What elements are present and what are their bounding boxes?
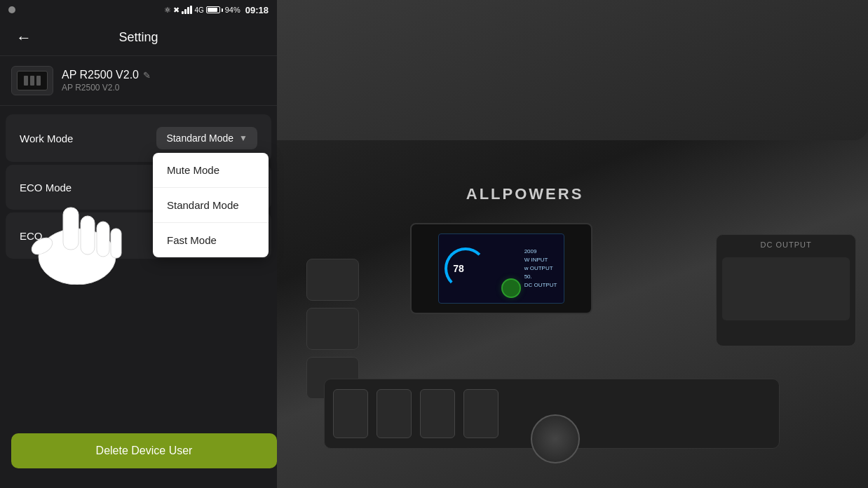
battery-icon [206, 6, 223, 13]
eco-charge-label: ECO [20, 230, 43, 242]
app-panel: ⚛ ✖ 4G 94% 09:18 ← [0, 0, 277, 488]
signal-icon [182, 6, 192, 14]
status-bar: ⚛ ✖ 4G 94% 09:18 [0, 0, 277, 20]
device-screen: 78 2009 W INPUT w OUTPUT 50. DC OUTPUT [438, 233, 564, 304]
back-button[interactable]: ← [11, 25, 36, 50]
page-title: Setting [36, 30, 240, 45]
dropdown-item-mute[interactable]: Mute Mode [153, 153, 269, 188]
app-header: ← Setting [0, 20, 277, 56]
device-text: AP R2500 V2.0 ✎ AP R2500 V2.0 [62, 69, 266, 93]
work-mode-label: Work Mode [20, 133, 73, 144]
dropdown-item-standard[interactable]: Standard Mode [153, 188, 269, 223]
work-mode-row: Work Mode Standard Mode ▼ Mute Mode Stan… [6, 114, 271, 162]
work-mode-value: Standard Mode [166, 133, 233, 144]
screen-stats: 2009 W INPUT w OUTPUT 50. DC OUTPUT [524, 248, 557, 290]
battery-percent: 94% [225, 6, 240, 14]
device-model: AP R2500 V2.0 [62, 83, 266, 93]
wifi-off-icon: ✖ [173, 6, 179, 15]
eco-mode-label: ECO Mode [20, 182, 72, 194]
device-thumbnail [11, 66, 53, 95]
status-right: ⚛ ✖ 4G 94% 09:18 [164, 5, 269, 15]
status-left [8, 6, 15, 13]
dropdown-item-fast[interactable]: Fast Mode [153, 223, 269, 257]
work-mode-dropdown[interactable]: Standard Mode ▼ [156, 127, 257, 149]
edit-name-icon[interactable]: ✎ [143, 70, 151, 81]
dropdown-arrow-icon: ▼ [239, 133, 247, 143]
device-info-row: AP R2500 V2.0 ✎ AP R2500 V2.0 [0, 56, 277, 106]
time-display: 09:18 [245, 5, 269, 15]
device-name: AP R2500 V2.0 [62, 69, 139, 81]
background-photo: ALLPOWERS 78 2009 W INPUT w OUTPUT 50. D… [277, 0, 868, 488]
device-display: 78 2009 W INPUT w OUTPUT 50. DC OUTPUT [410, 223, 592, 314]
screen-percent: 78 [453, 263, 464, 274]
signal-label: 4G [194, 6, 203, 14]
device-body: ALLPOWERS 78 2009 W INPUT w OUTPUT 50. D… [277, 0, 868, 488]
brand-label: ALLPOWERS [466, 185, 584, 203]
delete-device-button[interactable]: Delete Device User [11, 433, 277, 468]
settings-list: Work Mode Standard Mode ▼ Mute Mode Stan… [0, 106, 277, 425]
bluetooth-icon: ⚛ [164, 6, 171, 15]
screen-arc [445, 248, 487, 290]
work-mode-dropdown-menu: Mute Mode Standard Mode Fast Mode [153, 153, 269, 257]
